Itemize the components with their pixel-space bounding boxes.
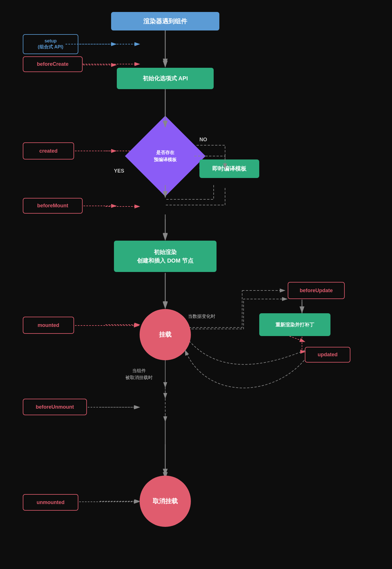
yes-label: YES	[114, 168, 124, 174]
jit-compile-node: 即时编译模板	[199, 159, 259, 178]
mounted-circle-node: 挂载	[140, 309, 191, 360]
unmount-circle-node: 取消挂载	[140, 476, 191, 527]
no-label: NO	[199, 137, 207, 143]
renderer-meets-component: 渲染器遇到组件	[111, 12, 219, 30]
re-render-node: 重新渲染并打补丁	[259, 313, 330, 336]
initial-render-node: 初始渲染 创建和插入 DOM 节点	[114, 241, 217, 272]
before-unmount-node: beforeUnmount	[23, 399, 87, 415]
has-precompiled-node: 是否存在 预编译模板	[125, 116, 206, 197]
diagram-container: 渲染器遇到组件 setup (组合式 API) beforeCreate 初始化…	[0, 0, 392, 569]
setup-api-node: setup (组合式 API)	[23, 34, 78, 54]
mounted-node: mounted	[23, 317, 74, 334]
when-data-changes-label: 当数据变化时	[188, 313, 215, 320]
before-update-node: beforeUpdate	[288, 282, 345, 299]
updated-node: updated	[305, 347, 350, 363]
init-options-api-node: 初始化选项式 API	[117, 68, 214, 89]
before-create-node: beforeCreate	[23, 56, 83, 72]
when-unmounted-label: 当组件 被取消挂载时	[125, 367, 153, 381]
created-node: created	[23, 142, 74, 159]
unmounted-node: unmounted	[23, 494, 78, 511]
before-mount-node: beforeMount	[23, 198, 83, 214]
